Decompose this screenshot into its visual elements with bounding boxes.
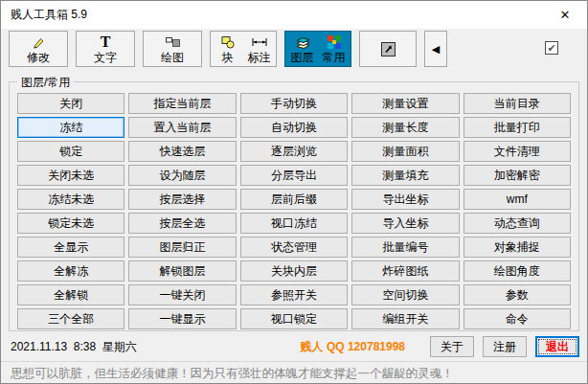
tool-button[interactable]: 置入当前层 [128,117,236,138]
toolbar-tab-modify[interactable]: 修改 [9,31,68,67]
status-date: 2021.11.13 8:38 星期六 [3,339,137,355]
tool-button[interactable]: 层前后缀 [240,189,348,210]
tool-button[interactable]: 命令 [464,308,571,329]
toolbar-tab-label: 标注 [248,51,271,64]
exit-button[interactable]: 退出 [535,336,579,357]
tool-button[interactable]: 视口冻结 [240,213,348,234]
pencil-icon [31,34,46,50]
text-tool-icon: T [101,34,111,50]
toolbar-tab-label: 常用 [323,51,346,64]
tool-button[interactable]: 解锁图层 [128,260,236,282]
tool-button[interactable]: 编组开关 [351,308,459,329]
about-button[interactable]: 关于 [430,336,474,357]
dimension-arrow-icon [251,34,268,50]
tool-button[interactable]: 冻结未选 [17,189,124,210]
tool-button[interactable]: 测量面积 [351,141,459,162]
status-contact: 贱人 QQ 120781998 [301,339,405,355]
tool-button[interactable]: 导入坐标 [351,213,459,234]
title-bar: 贱人工具箱 5.9 ✕ [1,1,587,29]
toolbar-tab-label: 块 [222,51,234,64]
shapes-icon [165,34,181,50]
tool-button[interactable]: 逐层浏览 [240,141,348,162]
tool-button[interactable]: 批量打印 [464,117,571,138]
toolbar-tab-label: 图层 [291,51,314,64]
groupbox-label: 图层/常用 [17,75,74,91]
toolbar-group-block-dimension: 块 标注 [210,31,277,67]
toolbar-checkbox[interactable]: ✔ [545,41,558,55]
toolbar-tab-common[interactable]: 常用 [319,34,349,64]
left-triangle-icon: ◀ [432,43,440,56]
toolbar-tab-label: 绘图 [161,51,184,64]
tool-button[interactable]: 关闭未选 [17,165,124,186]
tool-button[interactable]: 对象捕捉 [464,237,571,258]
collapse-button[interactable]: ◀ [424,31,447,67]
tool-button[interactable]: 锁定未选 [17,213,124,234]
tool-button[interactable]: 关块内层 [240,260,348,282]
tool-button[interactable]: 手动切换 [240,93,348,114]
window-title: 贱人工具箱 5.9 [11,7,87,23]
tool-button[interactable]: 全显示 [17,237,124,258]
toolbar: 修改 T 文字 绘图 块 [1,29,587,75]
tool-button[interactable]: 设为随层 [128,165,236,186]
tool-button[interactable]: 视口锁定 [240,308,348,329]
tool-button[interactable]: 加密解密 [464,165,571,186]
tool-button[interactable]: 参数 [464,284,571,305]
toolbar-group-layer-common-active: 图层 常用 [284,31,351,67]
tool-button[interactable]: 三个全部 [17,308,124,329]
app-window: 贱人工具箱 5.9 ✕ 修改 T 文字 [0,0,588,384]
tool-button[interactable]: 指定当前层 [128,93,236,114]
toolbar-tab-draw[interactable]: 绘图 [143,31,202,67]
close-button[interactable]: ✕ [543,1,587,29]
tool-button[interactable]: 锁定 [17,141,124,162]
tool-button[interactable]: 绘图角度 [464,260,571,282]
layers-stack-icon [294,34,311,50]
toolbar-tab-label: 修改 [27,51,50,64]
toolbar-tab-block[interactable]: 块 [213,34,242,64]
tool-button[interactable]: 状态管理 [240,237,348,258]
tool-button[interactable]: wmf [464,189,571,210]
footer-motto: 思想可以肮脏，但生活必须健康！因为只有强壮的体魄才能支撑起一个龌龊的灵魂！ [1,361,587,382]
tool-button[interactable]: 动态查询 [464,213,571,234]
close-icon: ✕ [560,8,571,22]
toolbar-tab-layer[interactable]: 图层 [287,34,317,64]
block-circle-icon [220,34,236,50]
tool-button[interactable]: 导出坐标 [351,189,459,210]
tool-button[interactable]: 炸碎图纸 [351,260,459,282]
arrow-up-right-icon [381,42,396,56]
toolbar-tab-label: 文字 [94,51,117,64]
tool-button[interactable]: 文件清理 [464,141,571,162]
tool-grid: 关闭指定当前层手动切换测量设置当前目录冻结置入当前层自动切换测量长度批量打印锁定… [10,82,578,329]
toolbar-tab-dimension[interactable]: 标注 [244,34,274,64]
tool-button[interactable]: 参照开关 [240,284,348,305]
tool-button[interactable]: 按层选择 [128,189,236,210]
tool-button[interactable]: 当前目录 [464,93,571,114]
toolbar-tab-text[interactable]: T 文字 [76,31,135,67]
register-button[interactable]: 注册 [483,336,527,357]
tool-button[interactable]: 全解锁 [17,284,124,305]
check-icon: ✔ [547,43,555,54]
tool-button[interactable]: 空间切换 [351,284,459,305]
tool-button[interactable]: 一键显示 [128,308,236,329]
tool-button[interactable]: 图层归正 [128,237,236,258]
layer-common-groupbox: 图层/常用 关闭指定当前层手动切换测量设置当前目录冻结置入当前层自动切换测量长度… [9,81,579,331]
tool-button[interactable]: 冻结 [17,117,124,138]
tool-button[interactable]: 快速选层 [128,141,236,162]
tool-button[interactable]: 测量长度 [351,117,459,138]
tool-button[interactable]: 全解冻 [17,260,124,282]
tool-button[interactable]: 一键关闭 [128,284,236,305]
tool-button[interactable]: 关闭 [17,93,124,114]
tool-button[interactable]: 按层全选 [128,213,236,234]
tool-button[interactable]: 分层导出 [240,165,348,186]
shortcut-button[interactable] [359,31,417,67]
tool-button[interactable]: 测量设置 [351,93,459,114]
tool-button[interactable]: 自动切换 [240,117,348,138]
color-grid-icon [327,34,342,50]
status-bar: 2021.11.13 8:38 星期六 贱人 QQ 120781998 关于 注… [3,335,579,358]
tool-button[interactable]: 批量编号 [351,237,459,258]
tool-button[interactable]: 测量填充 [351,165,459,186]
